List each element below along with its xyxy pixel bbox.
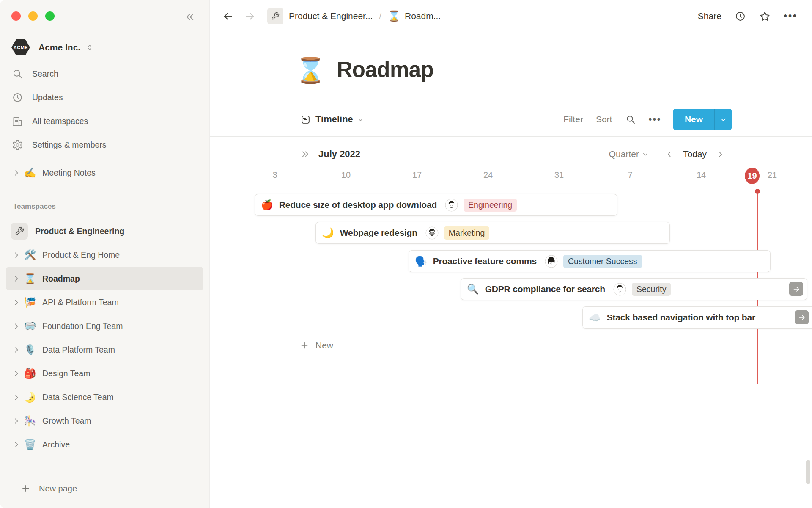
new-record-label[interactable]: New [673,109,714,130]
record-emoji: 🌙 [322,228,334,238]
sidebar-item-settings-members[interactable]: Settings & members [6,133,203,157]
record-emoji: 🗣️ [415,257,427,266]
share-button[interactable]: Share [698,11,721,21]
new-record-caret-icon[interactable] [715,109,732,130]
sort-button[interactable]: Sort [596,114,612,124]
expand-table-icon[interactable] [300,149,310,159]
date-label: 24 [483,170,493,180]
vertical-scrollbar-thumb[interactable] [806,460,810,484]
timeline-date-scale: 3101724317142119 [210,166,812,185]
record-emoji: 🔍 [467,284,479,294]
topbar: Product & Engineer... / ⌛ Roadm... Share… [210,0,812,32]
sidebar-item-growth-team[interactable]: 🎠Growth Team [6,409,203,433]
building-icon [12,116,23,127]
record-title: Stack based navigation with top bar [607,312,755,323]
open-record-arrow-button[interactable] [795,310,809,324]
sidebar-shared-pages: ✍️Meeting Notes [6,162,203,184]
timeline-today-button[interactable]: Today [683,149,707,159]
timeline-bar-webpage-redesign[interactable]: 🌙Webpage redesignMarketing [315,222,670,244]
timeline-month-label: July 2022 [318,149,360,160]
page-emoji: 🌛 [23,392,37,402]
timeline-bar-reduce-size-of-desktop-app-download[interactable]: 🍎Reduce size of desktop app downloadEngi… [255,194,617,216]
sidebar-item-label: Design Team [42,369,90,378]
chevron-right-icon[interactable] [10,415,22,427]
date-label: 14 [697,170,706,180]
today-date-badge: 19 [745,168,760,184]
workspace-switcher[interactable]: ACME Acme Inc. [6,36,203,59]
tab-timeline[interactable]: Timeline [300,114,364,125]
page-emoji: ✍️ [23,168,37,178]
breadcrumb-page[interactable]: Roadm... [405,11,441,21]
chevron-right-icon[interactable] [10,167,22,179]
sidebar-item-product-eng-home[interactable]: 🛠️Product & Eng Home [6,243,203,267]
teamspace-product-engineering[interactable]: Product & Engineering [6,219,203,243]
record-emoji: 🍎 [261,200,273,210]
sidebar-item-archive[interactable]: 🗑️Archive [6,433,203,456]
record-title: Reduce size of desktop app download [279,200,437,210]
page-emoji: 🗑️ [23,440,37,450]
more-options-icon[interactable]: ••• [784,11,798,22]
chevron-right-icon[interactable] [10,391,22,403]
avatar [545,255,558,268]
timeline-bar-gdpr-compliance-for-search[interactable]: 🔍GDPR compliance for searchSecurity [461,278,807,300]
sidebar: ACME Acme Inc. SearchUpdatesAll teamspac… [0,0,210,508]
sidebar-item-label: Data Platform Team [42,345,115,355]
sidebar-collapse-icon[interactable] [184,11,196,25]
sidebar-item-api-platform-team[interactable]: 🎏API & Platform Team [6,290,203,314]
zoom-window-button[interactable] [45,11,55,21]
search-icon[interactable] [625,114,636,124]
chevron-down-icon [357,116,364,123]
open-record-arrow-button[interactable] [789,282,803,296]
chevron-right-icon[interactable] [10,296,22,308]
tag-security: Security [632,283,671,296]
chevron-right-icon[interactable] [10,320,22,332]
view-toolbar: Timeline Filter Sort ••• New [300,108,732,130]
forward-arrow-icon[interactable] [244,11,255,22]
sidebar-item-search[interactable]: Search [6,62,203,86]
timeline-next-icon[interactable] [716,150,725,159]
sidebar-item-foundation-eng-team[interactable]: 🥽Foundation Eng Team [6,314,203,338]
timeline-prev-icon[interactable] [665,150,674,159]
minimize-window-button[interactable] [28,11,38,21]
filter-button[interactable]: Filter [563,114,583,124]
timeline-new-row-label: New [315,340,333,351]
chevron-right-icon[interactable] [10,249,22,261]
timeline-bar-proactive-feature-comms[interactable]: 🗣️Proactive feature commsCustomer Succes… [409,250,771,272]
timeline-new-row-button[interactable]: New [294,335,333,356]
clock-icon [12,92,23,103]
page-emoji[interactable]: ⌛ [295,58,326,83]
view-options-icon[interactable]: ••• [648,114,661,125]
sidebar-page-meeting-notes[interactable]: ✍️Meeting Notes [6,162,203,184]
chevron-right-icon[interactable] [10,439,22,450]
sidebar-item-label: Growth Team [42,416,91,426]
updates-clock-icon[interactable] [735,11,746,22]
sidebar-item-design-team[interactable]: 🎒Design Team [6,362,203,385]
breadcrumb-space[interactable]: Product & Engineer... [289,11,373,21]
new-page-button[interactable]: New page [6,478,203,500]
new-record-button[interactable]: New [673,109,732,130]
content-divider [210,136,812,137]
timeline-bar-stack-based-navigation-with-top-bar[interactable]: ☁️Stack based navigation with top bar [582,306,812,329]
sidebar-item-roadmap[interactable]: ⌛Roadmap [6,267,203,290]
close-window-button[interactable] [11,11,21,21]
favorite-star-icon[interactable] [759,11,771,22]
chevron-right-icon[interactable] [10,273,22,284]
page-emoji: 🎏 [23,298,37,307]
sidebar-item-data-platform-team[interactable]: 🎙️Data Platform Team [6,338,203,362]
timeline-scale-select[interactable]: Quarter [609,149,649,159]
sidebar-item-updates[interactable]: Updates [6,86,203,109]
sidebar-item-data-science-team[interactable]: 🌛Data Science Team [6,385,203,409]
breadcrumb-space-icon[interactable] [267,8,283,24]
sidebar-item-label: Updates [32,93,63,102]
plus-icon [21,483,31,494]
sidebar-item-all-teamspaces[interactable]: All teamspaces [6,109,203,133]
sidebar-item-label: Product & Eng Home [42,250,120,260]
back-arrow-icon[interactable] [222,11,234,22]
chevron-right-icon[interactable] [10,344,22,356]
workspace-name: Acme Inc. [38,42,80,52]
page-title[interactable]: Roadmap [337,58,433,83]
record-title: Webpage redesign [340,228,417,238]
chevron-right-icon[interactable] [10,367,22,379]
sidebar-item-label: Foundation Eng Team [42,321,123,331]
page-emoji: 🎠 [23,416,37,426]
